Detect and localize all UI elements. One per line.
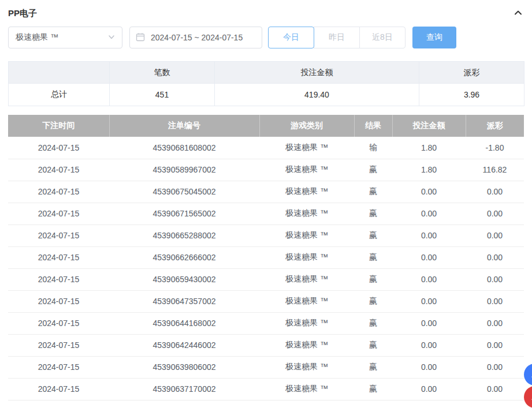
cell-bet-time: 2024-07-15 xyxy=(8,224,109,246)
quick-filter-last-8-days[interactable]: 近8日 xyxy=(359,27,405,48)
game-select-dropdown[interactable]: 极速糖果 ™ xyxy=(8,27,122,48)
cell-game-type: 极速糖果 ™ xyxy=(259,268,354,290)
cell-bet-time: 2024-07-15 xyxy=(8,203,109,224)
cell-payout: 0.00 xyxy=(466,356,524,378)
cell-result: 赢 xyxy=(354,224,392,246)
summary-total-bet-amount: 419.40 xyxy=(215,84,419,106)
header-result: 结果 xyxy=(354,115,392,137)
header-bet-amount: 投注金额 xyxy=(392,115,466,137)
cell-result: 赢 xyxy=(354,312,392,334)
cell-payout: 0.00 xyxy=(466,224,524,246)
cell-bet-id: 45390589967002 xyxy=(109,159,259,181)
summary-header-empty xyxy=(9,62,110,84)
cell-bet-id: 45390662666002 xyxy=(109,246,259,268)
cell-game-type: 极速糖果 ™ xyxy=(259,334,354,356)
cell-bet-amount: 0.00 xyxy=(392,312,466,334)
table-row: 2024-07-15 45390589967002 极速糖果 ™ 赢 1.80 … xyxy=(8,159,524,181)
table-row: 2024-07-15 45390647357002 极速糖果 ™ 赢 0.00 … xyxy=(8,290,524,312)
cell-payout: 0.00 xyxy=(466,378,524,400)
cell-bet-time: 2024-07-15 xyxy=(8,181,109,203)
header-bet-id: 注单编号 xyxy=(109,115,259,137)
table-row: 2024-07-15 45390671565002 极速糖果 ™ 赢 0.00 … xyxy=(8,203,524,224)
summary-header-payout: 派彩 xyxy=(419,62,524,84)
header-payout: 派彩 xyxy=(466,115,524,137)
cell-bet-id: 45390659430002 xyxy=(109,268,259,290)
cell-result: 赢 xyxy=(354,378,392,400)
cell-bet-amount: 0.00 xyxy=(392,246,466,268)
cell-result: 赢 xyxy=(354,334,392,356)
cell-bet-amount: 0.00 xyxy=(392,378,466,400)
date-range-picker[interactable] xyxy=(129,27,262,48)
cell-game-type: 极速糖果 ™ xyxy=(259,312,354,334)
table-row: 2024-07-15 45390659430002 极速糖果 ™ 赢 0.00 … xyxy=(8,268,524,290)
game-select-value: 极速糖果 ™ xyxy=(16,32,58,43)
cell-bet-amount: 0.00 xyxy=(392,334,466,356)
cell-game-type: 极速糖果 ™ xyxy=(259,290,354,312)
cell-payout: 0.00 xyxy=(466,203,524,224)
cell-bet-amount: 0.00 xyxy=(392,290,466,312)
records-header-row: 下注时间 注单编号 游戏类别 结果 投注金额 派彩 xyxy=(8,115,524,137)
cell-payout: 0.00 xyxy=(466,181,524,203)
search-button[interactable]: 查询 xyxy=(412,27,456,48)
cell-bet-id: 45390644168002 xyxy=(109,312,259,334)
summary-table: 笔数 投注金额 派彩 总计 451 419.40 3.96 xyxy=(8,61,524,106)
cell-payout: 0.00 xyxy=(466,334,524,356)
cell-result: 赢 xyxy=(354,181,392,203)
cell-bet-id: 45390681608002 xyxy=(109,137,259,159)
cell-bet-id: 45390639806002 xyxy=(109,356,259,378)
cell-result: 赢 xyxy=(354,268,392,290)
cell-bet-id: 45390665288002 xyxy=(109,224,259,246)
cell-bet-time: 2024-07-15 xyxy=(8,290,109,312)
panel-header: PP电子 xyxy=(8,0,524,18)
page-title: PP电子 xyxy=(8,8,37,19)
table-row: 2024-07-15 45390644168002 极速糖果 ™ 赢 0.00 … xyxy=(8,312,524,334)
cell-game-type: 极速糖果 ™ xyxy=(259,159,354,181)
cell-bet-id: 45390642446002 xyxy=(109,334,259,356)
cell-result: 赢 xyxy=(354,246,392,268)
summary-total-payout: 3.96 xyxy=(419,84,524,106)
cell-payout: 0.00 xyxy=(466,312,524,334)
calendar-icon xyxy=(136,32,145,43)
header-bet-time: 下注时间 xyxy=(8,115,109,137)
cell-bet-amount: 0.00 xyxy=(392,268,466,290)
table-row: 2024-07-15 45390637170002 极速糖果 ™ 赢 0.00 … xyxy=(8,378,524,400)
table-row: 2024-07-15 45390639806002 极速糖果 ™ 赢 0.00 … xyxy=(8,356,524,378)
filter-bar: 极速糖果 ™ 今日 昨日 近8日 查询 xyxy=(8,27,524,48)
cell-game-type: 极速糖果 ™ xyxy=(259,224,354,246)
summary-header-count: 笔数 xyxy=(110,62,215,84)
quick-filter-group: 今日 昨日 近8日 xyxy=(268,27,405,48)
date-range-input[interactable] xyxy=(150,32,256,43)
cell-game-type: 极速糖果 ™ xyxy=(259,203,354,224)
table-row: 2024-07-15 45390665288002 极速糖果 ™ 赢 0.00 … xyxy=(8,224,524,246)
summary-header-bet-amount: 投注金额 xyxy=(215,62,419,84)
table-row: 2024-07-15 45390681608002 极速糖果 ™ 输 1.80 … xyxy=(8,137,524,159)
cell-payout: 116.82 xyxy=(466,159,524,181)
quick-filter-today[interactable]: 今日 xyxy=(268,27,314,48)
cell-game-type: 极速糖果 ™ xyxy=(259,378,354,400)
table-row: 2024-07-15 45390675045002 极速糖果 ™ 赢 0.00 … xyxy=(8,181,524,203)
cell-bet-time: 2024-07-15 xyxy=(8,159,109,181)
summary-total-count: 451 xyxy=(110,84,215,106)
cell-game-type: 极速糖果 ™ xyxy=(259,137,354,159)
records-table: 下注时间 注单编号 游戏类别 结果 投注金额 派彩 2024-07-15 453… xyxy=(8,115,524,400)
cell-bet-amount: 0.00 xyxy=(392,224,466,246)
cell-bet-time: 2024-07-15 xyxy=(8,334,109,356)
cell-bet-amount: 0.00 xyxy=(392,203,466,224)
cell-bet-time: 2024-07-15 xyxy=(8,137,109,159)
cell-game-type: 极速糖果 ™ xyxy=(259,246,354,268)
cell-result: 输 xyxy=(354,137,392,159)
cell-bet-time: 2024-07-15 xyxy=(8,268,109,290)
cell-result: 赢 xyxy=(354,203,392,224)
cell-bet-id: 45390675045002 xyxy=(109,181,259,203)
chevron-down-icon xyxy=(108,33,115,42)
cell-game-type: 极速糖果 ™ xyxy=(259,181,354,203)
quick-filter-yesterday[interactable]: 昨日 xyxy=(314,27,360,48)
collapse-button[interactable] xyxy=(512,8,524,19)
cell-bet-id: 45390637170002 xyxy=(109,378,259,400)
summary-total-row: 总计 451 419.40 3.96 xyxy=(9,84,524,106)
chevron-up-icon xyxy=(514,8,523,19)
cell-bet-time: 2024-07-15 xyxy=(8,356,109,378)
pp-electronics-panel: PP电子 极速糖果 ™ 今日 xyxy=(0,0,532,400)
cell-bet-amount: 0.00 xyxy=(392,181,466,203)
cell-result: 赢 xyxy=(354,159,392,181)
